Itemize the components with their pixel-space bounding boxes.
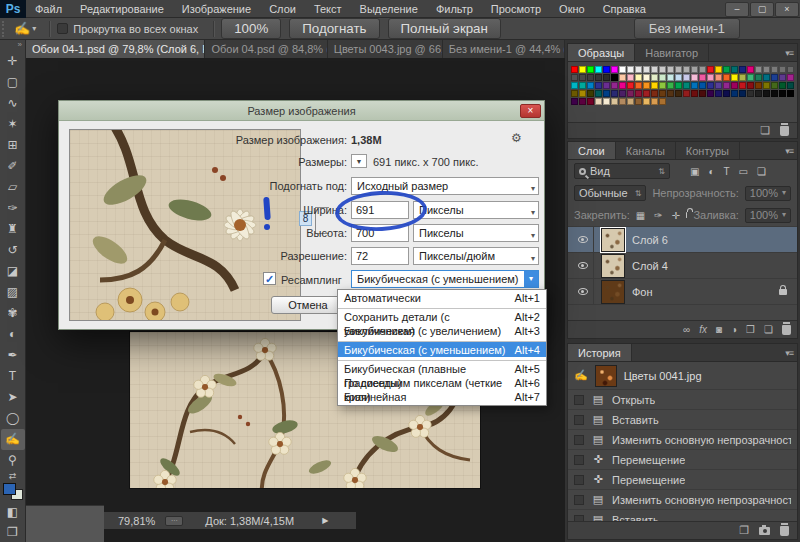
status-zoom-level[interactable]: 79,81% [118, 515, 155, 527]
layer-thumbnail[interactable] [601, 254, 625, 278]
tool-button[interactable]: T [1, 366, 25, 387]
swatch[interactable] [699, 66, 706, 73]
swatch[interactable] [691, 74, 698, 81]
history-source-checkbox[interactable] [574, 415, 584, 425]
swatch[interactable] [603, 82, 610, 89]
swatch[interactable] [627, 98, 634, 105]
swatch[interactable] [643, 82, 650, 89]
swatch[interactable] [571, 82, 578, 89]
layer-row[interactable]: Фон [568, 279, 797, 305]
swatch[interactable] [787, 74, 794, 81]
menu-item[interactable]: Выделение [351, 0, 427, 18]
tool-button[interactable]: ✶ [1, 114, 25, 135]
swatch[interactable] [611, 82, 618, 89]
history-step-row[interactable]: ▤ Вставить [568, 410, 797, 430]
status-menu-arrow-icon[interactable]: ▶ [322, 516, 328, 525]
swatch[interactable] [787, 66, 794, 73]
swatch[interactable] [643, 74, 650, 81]
tools-collapse-icon[interactable]: » [0, 40, 25, 51]
swatch[interactable] [635, 82, 642, 89]
swatch[interactable] [651, 74, 658, 81]
lock-option-icon[interactable]: ▦ [636, 210, 645, 221]
swatch[interactable] [651, 90, 658, 97]
swatch[interactable] [595, 66, 602, 73]
trash-icon[interactable] [780, 126, 789, 136]
swatch[interactable] [739, 90, 746, 97]
swatch[interactable] [747, 82, 754, 89]
swatch[interactable] [579, 82, 586, 89]
swatch[interactable] [683, 66, 690, 73]
swatch[interactable] [707, 66, 714, 73]
swatch[interactable] [571, 90, 578, 97]
panel-menu-icon[interactable]: ▾≡ [785, 348, 793, 358]
swatch[interactable] [675, 66, 682, 73]
swatch[interactable] [755, 90, 762, 97]
swatch[interactable] [691, 66, 698, 73]
tool-button[interactable]: ◯ [1, 408, 25, 429]
swatch[interactable] [619, 66, 626, 73]
swatch[interactable] [643, 98, 650, 105]
filter-type-icon[interactable]: T [724, 166, 730, 177]
layer-row[interactable]: Слой 4 [568, 253, 797, 279]
swatch[interactable] [651, 66, 658, 73]
dropdown-option[interactable]: Билинейная Alt+7 [338, 390, 546, 404]
swatch[interactable] [627, 82, 634, 89]
swatch[interactable] [627, 66, 634, 73]
swatch[interactable] [603, 90, 610, 97]
history-source-checkbox[interactable] [574, 435, 584, 445]
swatch[interactable] [667, 82, 674, 89]
swatch[interactable] [691, 82, 698, 89]
swatch[interactable] [707, 90, 714, 97]
tool-button[interactable]: ∿ [1, 93, 25, 114]
swatch[interactable] [675, 82, 682, 89]
document-tab[interactable]: Обои 04.psd @ 84,8% (R... × [205, 40, 327, 58]
new-group-icon[interactable]: ❒ [746, 324, 755, 335]
history-step-row[interactable]: ✜ Перемещение [568, 470, 797, 490]
swatch[interactable] [779, 74, 786, 81]
swatch[interactable] [643, 66, 650, 73]
visibility-toggle[interactable] [572, 227, 594, 252]
dropdown-option[interactable]: Бикубическая (плавные градиенты) Alt+5 [338, 360, 546, 376]
menu-item[interactable]: Файл [26, 0, 71, 18]
swatch[interactable] [723, 90, 730, 97]
adjustment-layer-icon[interactable]: ◑ [731, 324, 737, 335]
swatch[interactable] [619, 82, 626, 89]
swatch[interactable] [779, 90, 786, 97]
tool-button[interactable]: ➤ [1, 387, 25, 408]
lock-all-icon[interactable] [686, 212, 687, 218]
dialog-close-button[interactable]: × [520, 104, 541, 118]
panel-tab[interactable]: Навигатор [635, 44, 709, 61]
swatch[interactable] [755, 82, 762, 89]
history-source-checkbox[interactable] [574, 475, 584, 485]
swatch[interactable] [747, 74, 754, 81]
zoom-100-button[interactable]: 100% [221, 18, 281, 39]
swatch[interactable] [571, 66, 578, 73]
dimensions-dropdown-button[interactable]: ▼ [351, 154, 367, 168]
swatch[interactable] [715, 74, 722, 81]
swatch[interactable] [723, 66, 730, 73]
document-tab[interactable]: Обои 04-1.psd @ 79,8% (Слой 6, RGB/8#) × [26, 40, 205, 58]
swatch[interactable] [635, 90, 642, 97]
swatch[interactable] [683, 90, 690, 97]
color-chips[interactable] [3, 483, 23, 500]
swatch[interactable] [619, 90, 626, 97]
swatch[interactable] [579, 74, 586, 81]
swatch[interactable] [611, 90, 618, 97]
swatch[interactable] [627, 74, 634, 81]
history-source-checkbox[interactable] [574, 455, 584, 465]
swatch[interactable] [587, 82, 594, 89]
history-source-checkbox[interactable] [574, 495, 584, 505]
layer-thumbnail[interactable] [601, 228, 625, 252]
dropdown-option[interactable]: Сохранить детали (с увеличением) Alt+2 [338, 308, 546, 324]
resolution-input[interactable]: 72 [351, 247, 409, 265]
quick-mask-button[interactable]: ◧ [1, 502, 25, 522]
resample-select[interactable]: Бикубическая (с уменьшением) ▾ [351, 270, 539, 288]
swatch[interactable] [667, 66, 674, 73]
tool-button[interactable]: ✍ [1, 429, 25, 450]
swatch[interactable] [731, 66, 738, 73]
swatch[interactable] [723, 74, 730, 81]
swatch[interactable] [667, 90, 674, 97]
document-tab[interactable]: Без имени-1 @ 44,4% (R... × [443, 40, 565, 58]
swatch[interactable] [603, 74, 610, 81]
menu-item[interactable]: Изображение [173, 0, 260, 18]
